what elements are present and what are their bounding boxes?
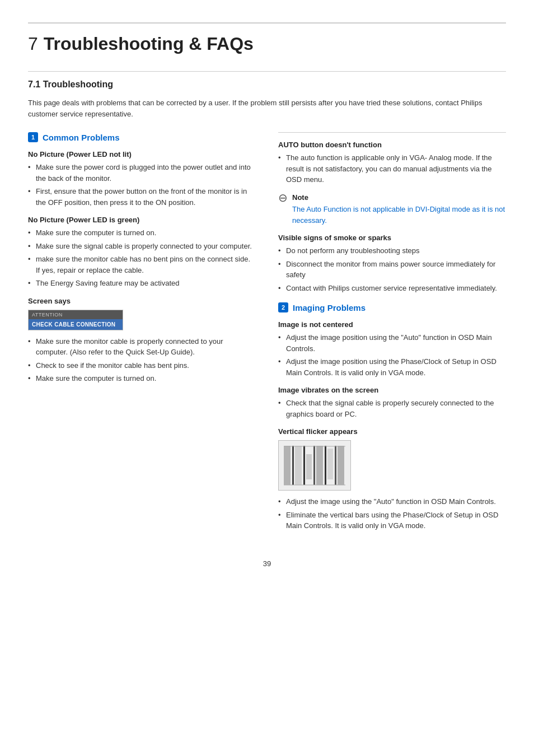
page-container: 7Troubleshooting & FAQs 7.1 Troubleshoot… xyxy=(28,22,506,568)
left-column: 1 Common Problems No Picture (Power LED … xyxy=(28,132,256,537)
common-problems-section: 1 Common Problems xyxy=(28,132,256,142)
note-text: The Auto Function is not applicable in D… xyxy=(292,204,506,226)
list-item: Disconnect the monitor from mains power … xyxy=(278,259,506,281)
list-item: Adjust the image position using the "Aut… xyxy=(278,332,506,354)
section1-label: Common Problems xyxy=(43,133,120,142)
svg-rect-5 xyxy=(313,446,315,485)
image-vibrates-heading: Image vibrates on the screen xyxy=(278,386,506,394)
svg-rect-3 xyxy=(303,446,305,485)
screen-says-list: Make sure the monitor cable is properly … xyxy=(28,336,256,384)
list-item: Adjust the image using the "Auto" functi… xyxy=(278,496,506,507)
list-item: Eliminate the vertical bars using the Ph… xyxy=(278,510,506,531)
list-item: Make sure the computer is turned on. xyxy=(28,227,256,239)
list-item: Make sure the power cord is plugged into… xyxy=(28,162,256,184)
right-col-rule-top xyxy=(278,132,506,133)
right-column: AUTO button doesn't function The auto fu… xyxy=(278,132,506,537)
page-number: 39 xyxy=(28,559,506,568)
smoke-sparks-list: Do not perform any troubleshooting steps… xyxy=(278,245,506,293)
svg-rect-4 xyxy=(306,454,312,479)
list-item: Do not perform any troubleshooting steps xyxy=(278,245,506,256)
image-vibrates-list: Check that the signal cable is properly … xyxy=(278,398,506,419)
imaging-problems-section: 2 Imaging Problems xyxy=(278,302,506,312)
section-71-heading: 7.1 Troubleshooting xyxy=(28,80,506,90)
no-picture-led-not-lit-heading: No Picture (Power LED not lit) xyxy=(28,150,256,158)
vertical-flicker-image xyxy=(278,440,351,491)
list-item: Check to see if the monitor cable has be… xyxy=(28,360,256,371)
vertical-flicker-heading: Vertical flicker appears xyxy=(278,427,506,436)
auto-button-list: The auto function is applicable only in … xyxy=(278,152,506,185)
svg-rect-0 xyxy=(284,446,291,485)
list-item: Check that the signal cable is properly … xyxy=(278,398,506,419)
svg-rect-7 xyxy=(325,446,326,485)
auto-button-heading: AUTO button doesn't function xyxy=(278,141,506,149)
attention-label: ATTENTION xyxy=(29,310,123,319)
section2-badge: 2 xyxy=(278,302,288,312)
note-title: Note xyxy=(292,192,506,203)
smoke-sparks-heading: Visible signs of smoke or sparks xyxy=(278,234,506,242)
chapter-title-text: Troubleshooting & FAQs xyxy=(44,34,254,54)
intro-text: This page deals with problems that can b… xyxy=(28,97,506,120)
list-item: First, ensure that the power button on t… xyxy=(28,186,256,208)
image-not-centered-heading: Image is not centered xyxy=(278,320,506,329)
svg-rect-6 xyxy=(316,446,323,485)
note-box: ⊖ Note The Auto Function is not applicab… xyxy=(278,192,506,226)
list-item: The auto function is applicable only in … xyxy=(278,152,506,185)
no-picture-led-green-heading: No Picture (Power LED is green) xyxy=(28,216,256,224)
cable-connection-label: CHECK CABLE CONNECTION xyxy=(29,319,123,330)
section1-badge: 1 xyxy=(28,132,38,142)
chapter-num: 7 xyxy=(28,34,38,54)
top-rule xyxy=(28,22,506,24)
section2-label: Imaging Problems xyxy=(293,303,366,312)
svg-rect-10 xyxy=(338,446,344,485)
image-not-centered-list: Adjust the image position using the "Aut… xyxy=(278,332,506,378)
vertical-flicker-list: Adjust the image using the "Auto" functi… xyxy=(278,496,506,531)
list-item: Make sure the signal cable is properly c… xyxy=(28,241,256,252)
screen-says-box: ATTENTION CHECK CABLE CONNECTION xyxy=(28,310,123,330)
flicker-svg xyxy=(281,443,348,488)
svg-rect-8 xyxy=(327,449,333,479)
no-picture-led-not-lit-list: Make sure the power cord is plugged into… xyxy=(28,162,256,208)
list-item: Make sure the computer is turned on. xyxy=(28,373,256,384)
chapter-title: 7Troubleshooting & FAQs xyxy=(28,34,506,54)
list-item: Contact with Philips customer service re… xyxy=(278,283,506,294)
list-item: Make sure the monitor cable is properly … xyxy=(28,336,256,358)
svg-rect-2 xyxy=(295,446,302,485)
svg-rect-1 xyxy=(292,446,294,485)
svg-rect-9 xyxy=(335,446,336,485)
no-picture-led-green-list: Make sure the computer is turned on. Mak… xyxy=(28,227,256,289)
two-col-layout: 1 Common Problems No Picture (Power LED … xyxy=(28,132,506,537)
note-icon: ⊖ xyxy=(278,191,288,204)
section-rule xyxy=(28,71,506,72)
screen-says-heading: Screen says xyxy=(28,297,256,305)
list-item: The Energy Saving feature may be activat… xyxy=(28,278,256,289)
note-content: Note The Auto Function is not applicable… xyxy=(292,192,506,226)
list-item: Adjust the image position using the Phas… xyxy=(278,356,506,378)
list-item: make sure the monitor cable has no bent … xyxy=(28,254,256,276)
